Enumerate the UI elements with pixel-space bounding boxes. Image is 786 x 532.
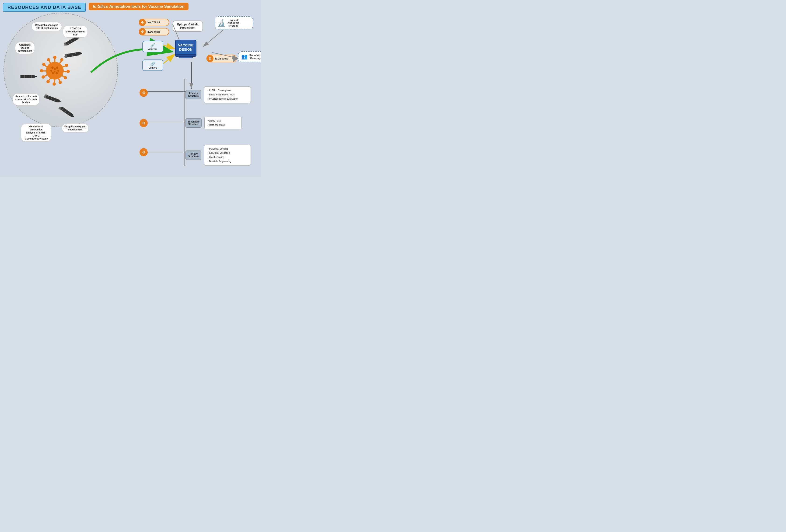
- tertiary-horiz-line: [147, 152, 185, 152]
- primary-label-l2: Structure: [188, 95, 199, 97]
- secondary-horiz-line: [147, 122, 185, 122]
- syringe-5: [56, 107, 77, 117]
- research-text: Research associated with clinical studie…: [35, 24, 58, 29]
- linkers-label: Linkers: [148, 67, 157, 69]
- adjuvan-label: Adjuvan: [148, 48, 157, 50]
- secondary-icon: ⚙: [140, 119, 148, 127]
- covid-text: COVID-19knowledge-basedhub: [66, 27, 85, 36]
- secondary-info: • Alpha helix • Beta sheet coil: [204, 117, 242, 129]
- epitope-text: Epitope & AllelePredication: [177, 23, 199, 29]
- drug-label: Drug discovery anddevelopment: [62, 124, 89, 133]
- primary-label: Primary Structure: [185, 90, 201, 99]
- netctl-icon: ⚙: [139, 19, 146, 26]
- netctl-tool[interactable]: ⚙ NetCTL1.2: [139, 19, 169, 26]
- svg-rect-49: [20, 75, 21, 78]
- syringe-1: [62, 36, 83, 46]
- population-coverage-box: 👥 PopulationCoverage: [238, 51, 261, 62]
- secondary-label: Secondary Structure: [185, 118, 202, 128]
- svg-point-32: [54, 71, 55, 73]
- svg-point-3: [67, 70, 70, 73]
- tertiary-label-l1: Tertiary: [189, 153, 198, 155]
- svg-marker-41: [79, 51, 83, 55]
- research-label: Research associated with clinical studie…: [31, 22, 62, 31]
- tertiary-label-l2: Structure: [188, 155, 199, 158]
- spacer1: [149, 92, 150, 93]
- secondary-label-l1: Secondary: [188, 120, 200, 123]
- adjuvan-box: 💉 Adjuvan: [142, 41, 163, 52]
- epitope-box: Epitope & AllelePredication: [172, 21, 203, 32]
- insilico-italic: In-Silico: [93, 4, 108, 9]
- svg-rect-33: [65, 37, 78, 46]
- resources-banner-text: RESOURCES AND DATA BASE: [7, 5, 81, 10]
- netctl-label: NetCTL1.2: [147, 21, 160, 24]
- svg-line-20: [44, 75, 47, 76]
- genomics-label: Genomics & proteomicsanalysis of SARS-Co…: [21, 124, 51, 142]
- svg-point-27: [50, 70, 52, 72]
- primary-label-l1: Primary: [189, 92, 198, 95]
- vaccine-line2: DESIGN: [179, 47, 192, 51]
- tertiary-label: Tertiary Structure: [185, 151, 201, 160]
- highest-antigenic-text: HighestAntigenicProtein: [228, 19, 239, 27]
- svg-marker-48: [34, 75, 37, 78]
- syringe-2: [63, 50, 84, 60]
- svg-point-31: [55, 72, 58, 74]
- primary-horiz-line: [147, 91, 185, 92]
- svg-point-26: [56, 67, 58, 69]
- svg-point-29: [57, 70, 59, 72]
- svg-rect-53: [46, 95, 59, 102]
- antibody-icon: 🔬: [217, 19, 226, 27]
- iedb-mid-icon: ⚙: [206, 55, 213, 62]
- vaccine-line1: VACCINE: [178, 43, 193, 47]
- primary-label-row: Primary Structure • In Silico Cloning to…: [185, 86, 251, 103]
- iedb-top-label: IEDB tools: [147, 30, 161, 33]
- linkers-icon: 🔗: [145, 61, 161, 67]
- candidate-text: Candidatevaccinedevelopment: [18, 44, 32, 52]
- svg-point-30: [52, 72, 54, 74]
- svg-rect-40: [66, 52, 79, 57]
- linkers-box: 🔗 Linkers: [142, 60, 163, 71]
- syringe-3: [20, 73, 41, 80]
- iedb-mid-tool[interactable]: ⚙ IEDB tools: [206, 55, 237, 62]
- vaccine-design-laptop: VACCINE DESIGN: [175, 40, 196, 58]
- svg-point-28: [54, 68, 56, 70]
- covid-label: COVID-19knowledge-basedhub: [63, 26, 88, 38]
- svg-point-6: [52, 83, 56, 86]
- population-coverage-text: PopulationCoverage: [249, 54, 261, 60]
- svg-rect-47: [21, 75, 34, 78]
- drug-text: Drug discovery anddevelopment: [64, 125, 86, 131]
- tertiary-info: • Molecular docking • Structural Validat…: [204, 145, 251, 166]
- resources-banner: RESOURCES AND DATA BASE: [3, 3, 86, 12]
- syringe-4: [42, 94, 63, 104]
- iedb-top-icon: ⚙: [139, 28, 146, 35]
- svg-point-25: [51, 67, 54, 69]
- tertiary-icon: ⚙: [140, 148, 148, 156]
- highest-antigenic-box: 🔬 HighestAntigenicProtein: [215, 16, 253, 29]
- primary-structure-row: ⚙: [140, 89, 150, 97]
- secondary-label-l2: Structure: [188, 123, 199, 125]
- svg-line-22: [44, 65, 47, 67]
- svg-point-0: [53, 56, 56, 59]
- secondary-structure-row: ⚙: [140, 119, 149, 127]
- adjuvan-icon: 💉: [145, 43, 161, 48]
- virus-icon: [40, 55, 70, 86]
- insilico-banner: In-Silico Annotation tools for Vaccine S…: [89, 3, 188, 10]
- resources-antibodies-label: Resources for anti-corona virus's anti-b…: [13, 93, 40, 105]
- candidate-label: Candidatevaccinedevelopment: [15, 42, 35, 54]
- structure-vertical-line: [185, 79, 185, 166]
- primary-icon: ⚙: [140, 89, 148, 97]
- iedb-top-tool[interactable]: ⚙ IEDB tools: [139, 28, 169, 36]
- primary-info: • In Silico Cloning tools • Immune Simul…: [204, 86, 251, 103]
- tertiary-structure-row: ⚙: [140, 148, 149, 156]
- genomics-text: Genomics & proteomicsanalysis of SARS-Co…: [24, 125, 48, 140]
- svg-rect-60: [60, 107, 72, 116]
- population-icon: 👥: [241, 54, 248, 60]
- svg-point-24: [46, 62, 64, 79]
- svg-point-5: [59, 81, 62, 84]
- secondary-label-row: Secondary Structure • Alpha helix • Beta…: [185, 117, 242, 129]
- resources-antibodies-text: Resources for anti-corona virus's anti-b…: [16, 95, 37, 103]
- insilico-rest: Annotation tools for Vaccine Simulation: [108, 4, 184, 9]
- tertiary-label-row: Tertiary Structure • Molecular docking •…: [185, 145, 251, 166]
- iedb-mid-label: IEDB tools: [215, 57, 228, 60]
